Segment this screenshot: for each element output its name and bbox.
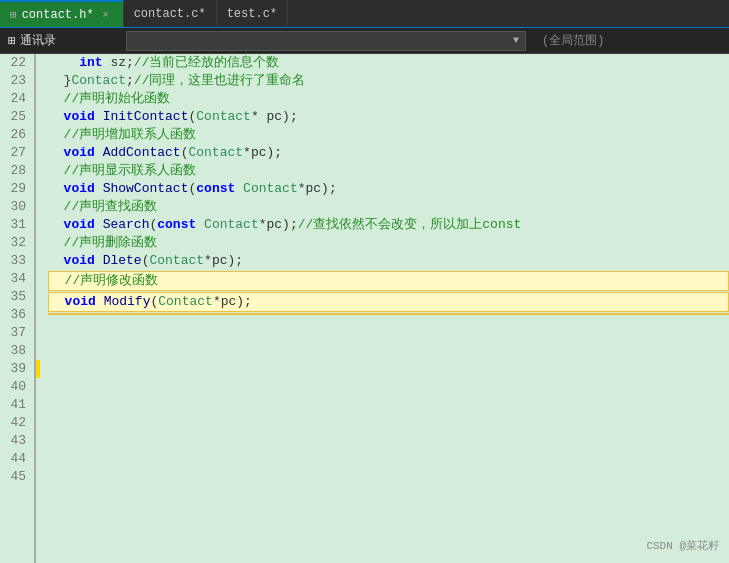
code-line: void Modify(Contact*pc); [48, 292, 729, 312]
nav-icon: ⊞ [8, 33, 16, 49]
code-line: //声明显示联系人函数 [48, 162, 729, 180]
tab-label-contact-h: contact.h* [22, 8, 94, 22]
h-file-icon: ⊞ [10, 8, 17, 21]
tab-label-contact-c: contact.c* [134, 7, 206, 21]
code-line: void AddContact(Contact*pc); [48, 144, 729, 162]
toolbar: ⊞ 通讯录 ▼ (全局范围) [0, 28, 729, 54]
toolbar-nav: ⊞ 通讯录 [0, 32, 120, 49]
code-line: int sz;//当前已经放的信息个数 [48, 54, 729, 72]
code-line: }Contact;//同理，这里也进行了重命名 [48, 72, 729, 90]
tab-test-c[interactable]: test.c* [217, 0, 288, 27]
nav-label: 通讯录 [20, 32, 56, 49]
tab-label-test-c: test.c* [227, 7, 277, 21]
code-line: void InitContact(Contact* pc); [48, 108, 729, 126]
tab-bar: ⊞ contact.h* × contact.c* test.c* [0, 0, 729, 28]
tab-contact-c[interactable]: contact.c* [124, 0, 217, 27]
code-line: //声明查找函数 [48, 198, 729, 216]
line-numbers: 2223242526272829303132333435363738394041… [0, 54, 36, 563]
editor: 2223242526272829303132333435363738394041… [0, 54, 729, 563]
code-line: void Dlete(Contact*pc); [48, 252, 729, 270]
toolbar-scope: (全局范围) [532, 32, 614, 49]
code-line: //声明删除函数 [48, 234, 729, 252]
code-line: //声明增加联系人函数 [48, 126, 729, 144]
gutter [36, 54, 42, 563]
tab-close-contact-h[interactable]: × [99, 8, 113, 22]
code-line: //声明初始化函数 [48, 90, 729, 108]
code-line: void ShowContact(const Contact*pc); [48, 180, 729, 198]
code-line [48, 313, 729, 315]
code-lines[interactable]: int sz;//当前已经放的信息个数 }Contact;//同理，这里也进行了… [42, 54, 729, 563]
code-area[interactable]: 2223242526272829303132333435363738394041… [0, 54, 729, 563]
code-line: void Search(const Contact*pc);//查找依然不会改变… [48, 216, 729, 234]
scope-label: (全局范围) [542, 34, 604, 48]
code-line: //声明修改函数 [48, 271, 729, 291]
watermark: CSDN @菜花籽 [646, 538, 719, 553]
chevron-down-icon: ▼ [513, 35, 519, 46]
tab-contact-h[interactable]: ⊞ contact.h* × [0, 0, 124, 27]
toolbar-dropdown[interactable]: ▼ [126, 31, 526, 51]
editor-wrapper: 2223242526272829303132333435363738394041… [0, 54, 729, 563]
